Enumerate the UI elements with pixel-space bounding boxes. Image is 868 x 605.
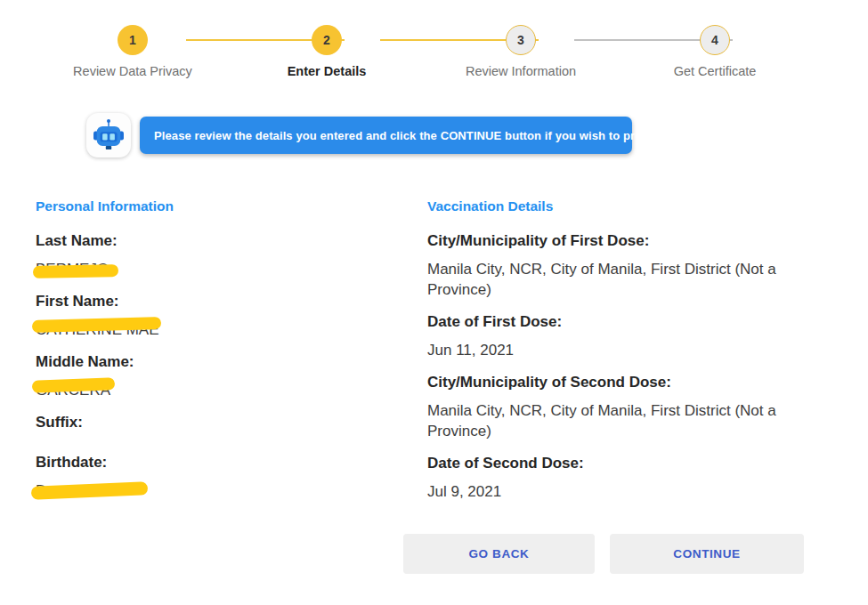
step-enter-details[interactable]: 2 Enter Details [230, 0, 424, 89]
vaxcert-review-page: 1 Review Data Privacy 2 Enter Details 3 … [0, 0, 868, 605]
step-label: Review Data Privacy [73, 64, 192, 78]
step-circle-2[interactable]: 2 [312, 25, 342, 55]
vaccination-details-title: Vaccination Details [427, 198, 821, 214]
stepper: 1 Review Data Privacy 2 Enter Details 3 … [36, 0, 812, 89]
first-dose-date-value: Jun 11, 2021 [427, 340, 821, 360]
step-label: Review Information [466, 64, 576, 78]
first-dose-date-label: Date of First Dose: [427, 311, 821, 332]
first-name-value: CATHERINE MAE [36, 319, 410, 340]
step-get-certificate[interactable]: 4 Get Certificate [618, 0, 812, 89]
second-dose-city-label: City/Municipality of Second Dose: [427, 372, 821, 392]
chatbot-message-bold: CONTINUE [441, 129, 502, 142]
second-dose-date-value: Jul 9, 2021 [427, 481, 821, 502]
personal-information-section: Personal Information Last Name: BERMEJO … [36, 198, 410, 512]
step-circle-1[interactable]: 1 [118, 25, 148, 55]
second-dose-city-value: Manila City, NCR, City of Manila, First … [427, 400, 821, 441]
last-name-label: Last Name: [36, 230, 410, 251]
chatbot-message-text: button if you wish to proceed. [501, 129, 672, 142]
birthdate-value: Dec 13, 1997 [36, 480, 410, 501]
step-label: Enter Details [288, 64, 367, 78]
second-dose-date-label: Date of Second Dose: [427, 453, 821, 473]
chatbot-message-text: Please review the details you entered an… [154, 129, 441, 142]
step-review-information[interactable]: 3 Review Information [424, 0, 618, 89]
first-dose-city-value: Manila City, NCR, City of Manila, First … [427, 259, 821, 300]
continue-button[interactable]: CONTINUE [610, 534, 804, 574]
first-name-label: First Name: [36, 291, 410, 311]
step-review-data-privacy[interactable]: 1 Review Data Privacy [36, 0, 230, 89]
personal-information-title: Personal Information [36, 198, 410, 214]
robot-icon [86, 113, 131, 157]
birthdate-label: Birthdate: [36, 452, 410, 472]
chatbot-message: Please review the details you entered an… [140, 117, 632, 154]
last-name-value: BERMEJO [36, 259, 410, 279]
middle-name-value: GARCERA [36, 380, 410, 400]
go-back-button[interactable]: GO BACK [403, 534, 595, 574]
redaction-highlight [33, 264, 118, 278]
middle-name-label: Middle Name: [36, 351, 410, 372]
step-circle-3[interactable]: 3 [506, 25, 536, 55]
step-circle-4[interactable]: 4 [700, 25, 730, 55]
suffix-label: Suffix: [36, 412, 410, 432]
vaccination-details-section: Vaccination Details City/Municipality of… [427, 198, 821, 513]
chatbot-row: Please review the details you entered an… [86, 113, 632, 157]
first-dose-city-label: City/Municipality of First Dose: [427, 230, 821, 251]
step-label: Get Certificate [674, 64, 757, 78]
